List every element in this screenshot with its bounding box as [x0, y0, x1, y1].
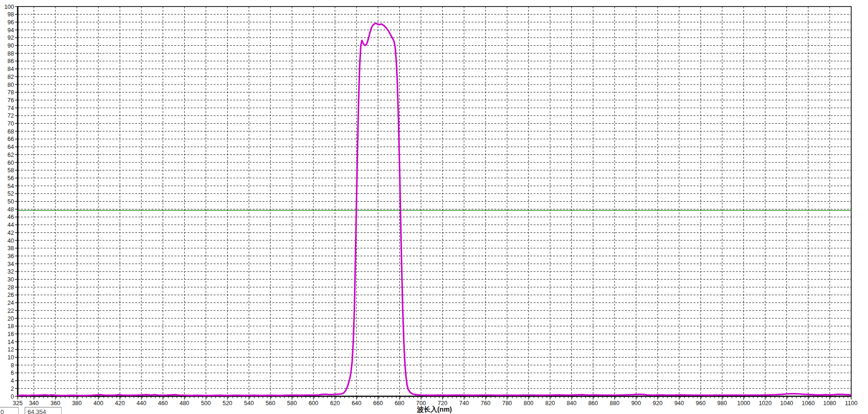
y-tick-label: 54: [7, 183, 14, 189]
y-tick-label: 8: [11, 362, 14, 369]
x-tick-label: 980: [717, 400, 727, 407]
y-axis-labels: 0246810121416182022242628303234363840424…: [4, 4, 14, 400]
y-tick-label: 88: [7, 50, 14, 57]
x-axis-title: 波长入(nm): [417, 406, 452, 413]
y-tick-label: 14: [7, 339, 14, 345]
y-tick-label: 76: [7, 97, 14, 104]
y-tick-label: 56: [7, 175, 14, 182]
y-tick-label: 80: [7, 82, 14, 88]
y-tick-label: 34: [7, 261, 14, 267]
y-tick-label: 12: [7, 346, 14, 353]
x-tick-label: 540: [244, 400, 254, 407]
y-tick-label: 6: [11, 370, 14, 376]
y-tick-label: 60: [7, 160, 14, 166]
x-tick-label: 860: [588, 400, 598, 407]
x-tick-label: 780: [502, 400, 512, 407]
x-tick-label: 1020: [759, 400, 772, 407]
readout-field-right[interactable]: 64.354: [25, 407, 62, 414]
x-tick-label: 800: [524, 400, 534, 407]
x-tick-label: 680: [395, 400, 404, 407]
y-tick-label: 18: [7, 323, 14, 330]
y-tick-label: 78: [7, 89, 14, 96]
x-tick-label: 840: [567, 400, 576, 407]
y-tick-label: 32: [7, 268, 14, 275]
x-tick-label: 400: [94, 400, 104, 407]
y-tick-label: 96: [7, 19, 14, 26]
y-tick-label: 16: [7, 331, 14, 337]
y-tick-label: 64: [7, 144, 14, 150]
y-tick-label: 90: [7, 42, 14, 49]
y-tick-label: 94: [7, 27, 14, 34]
x-tick-label: 1040: [780, 400, 793, 407]
x-tick-label: 900: [631, 400, 641, 407]
spectrum-measurement-window: 0246810121416182022242628303234363840424…: [0, 0, 868, 414]
y-tick-label: 86: [7, 58, 14, 64]
x-tick-label: 880: [610, 400, 619, 407]
y-tick-label: 98: [7, 11, 14, 18]
y-tick-label: 92: [7, 35, 14, 41]
x-tick-label: 940: [674, 400, 684, 407]
y-tick-label: 46: [7, 214, 14, 220]
y-tick-label: 50: [7, 198, 14, 205]
x-tick-label: 760: [481, 400, 491, 407]
x-axis-title-group: 波长入(nm): [417, 406, 452, 413]
readout-field-left[interactable]: 0: [0, 407, 19, 414]
x-tick-label: 500: [201, 400, 211, 407]
x-tick-label: 440: [137, 400, 146, 407]
y-tick-label: 70: [7, 120, 14, 127]
x-tick-label: 920: [653, 400, 663, 407]
y-tick-label: 62: [7, 152, 14, 158]
x-tick-label: 480: [180, 400, 189, 407]
y-tick-label: 68: [7, 128, 14, 135]
x-tick-label: 580: [287, 400, 297, 407]
y-tick-label: 40: [7, 238, 14, 244]
x-tick-label: 325: [13, 400, 23, 407]
readout-left-value: 0: [0, 408, 4, 414]
y-tick-label: 84: [7, 66, 14, 72]
x-tick-label: 820: [545, 400, 555, 407]
x-tick-label: 560: [265, 400, 275, 407]
y-tick-label: 72: [7, 112, 14, 119]
y-tick-label: 52: [7, 190, 14, 197]
y-tick-label: 28: [7, 284, 14, 291]
x-tick-label: 340: [29, 400, 39, 407]
x-tick-label: 380: [72, 400, 82, 407]
y-tick-label: 38: [7, 245, 14, 252]
x-tick-label: 360: [50, 400, 60, 407]
y-tick-label: 0: [11, 393, 14, 400]
y-tick-label: 82: [7, 74, 14, 80]
y-tick-label: 100: [4, 4, 14, 10]
y-tick-label: 24: [7, 300, 14, 306]
y-tick-label: 26: [7, 292, 14, 298]
y-tick-label: 4: [11, 378, 14, 384]
y-tick-label: 58: [7, 167, 14, 174]
transmission-chart: 0246810121416182022242628303234363840424…: [0, 0, 868, 414]
y-tick-label: 66: [7, 136, 14, 142]
x-tick-label: 1100: [845, 400, 858, 407]
x-tick-label: 960: [696, 400, 706, 407]
x-tick-label: 620: [330, 400, 340, 407]
x-tick-label: 520: [222, 400, 232, 407]
y-tick-label: 20: [7, 316, 14, 322]
y-tick-label: 22: [7, 308, 14, 314]
x-tick-label: 1060: [802, 400, 815, 407]
y-tick-label: 42: [7, 230, 14, 236]
x-tick-label: 600: [309, 400, 319, 407]
readout-right-value: 64.354: [28, 408, 46, 414]
x-tick-label: 640: [352, 400, 361, 407]
y-tick-label: 2: [11, 386, 14, 392]
x-tick-label: 660: [373, 400, 383, 407]
y-tick-label: 36: [7, 253, 14, 260]
y-tick-label: 48: [7, 206, 14, 213]
y-tick-label: 44: [7, 222, 14, 228]
y-tick-label: 10: [7, 354, 14, 361]
y-tick-label: 74: [7, 105, 14, 112]
grid-horizontal: [18, 14, 851, 389]
x-tick-label: 460: [158, 400, 168, 407]
x-tick-label: 420: [115, 400, 125, 407]
x-tick-label: 1000: [737, 400, 750, 407]
x-tick-label: 1080: [823, 400, 836, 407]
y-tick-label: 30: [7, 276, 14, 283]
x-tick-label: 740: [459, 400, 469, 407]
